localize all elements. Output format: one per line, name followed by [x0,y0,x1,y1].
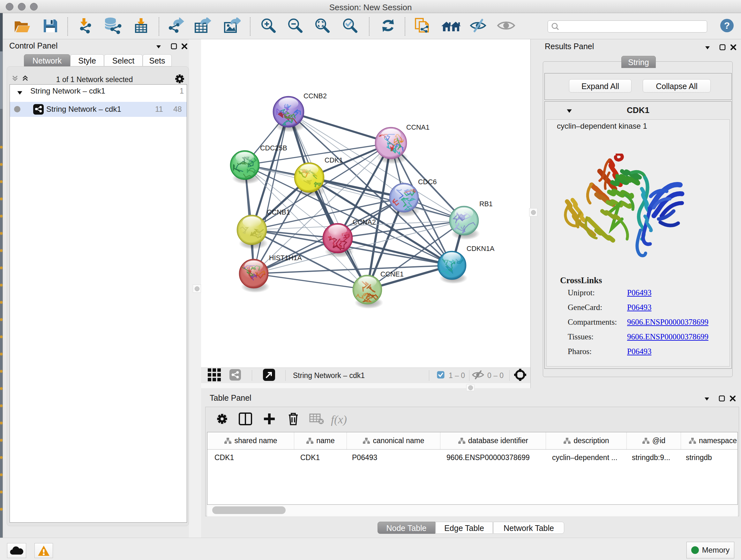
svg-text:CCNA2: CCNA2 [353,219,376,226]
svg-text:HIST1H1A: HIST1H1A [269,254,302,262]
svg-text:CDC6: CDC6 [418,178,437,186]
svg-text:CCNB2: CCNB2 [304,92,327,100]
svg-text:CDC25B: CDC25B [260,144,287,152]
svg-text:CDK1: CDK1 [325,157,343,164]
svg-text:CCNB1: CCNB1 [267,208,290,216]
svg-text:CCNA1: CCNA1 [406,124,429,131]
svg-text:CCNE1: CCNE1 [381,270,404,278]
svg-text:RB1: RB1 [479,200,493,208]
svg-text:CDKN1A: CDKN1A [467,245,495,253]
svg-text:?: ? [724,20,730,30]
